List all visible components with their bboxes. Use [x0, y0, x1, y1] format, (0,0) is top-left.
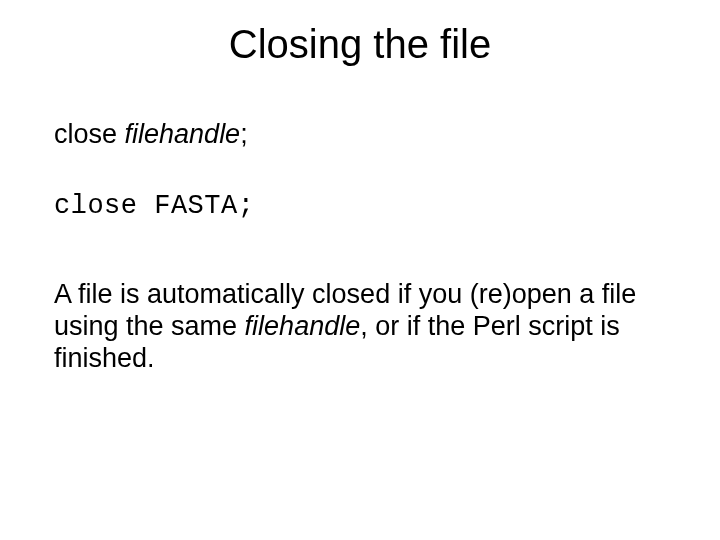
syntax-line: close filehandle; — [54, 118, 666, 150]
slide-body: close filehandle; close FASTA; A file is… — [54, 118, 666, 374]
explanation-paragraph: A file is automatically closed if you (r… — [54, 279, 666, 375]
code-example: close FASTA; — [54, 190, 666, 222]
slide-title: Closing the file — [0, 22, 720, 67]
syntax-semicolon: ; — [240, 119, 248, 149]
slide: Closing the file close filehandle; close… — [0, 0, 720, 540]
syntax-close: close — [54, 119, 125, 149]
para-filehandle: filehandle — [245, 311, 361, 341]
syntax-filehandle: filehandle — [125, 119, 241, 149]
